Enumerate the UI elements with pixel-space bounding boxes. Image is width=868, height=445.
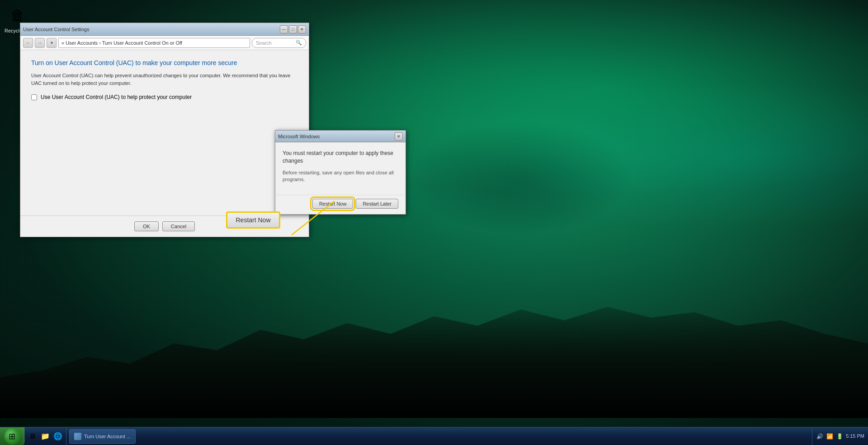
taskbar-items: Turn User Account ...	[66, 427, 812, 445]
taskbar-item-uac[interactable]: Turn User Account ...	[69, 429, 136, 444]
dialog-message-sub: Before restarting, save any open files a…	[283, 169, 398, 183]
uac-checkbox-row[interactable]: Use User Account Control (UAC) to help p…	[31, 94, 298, 100]
dialog-title: Microsoft Windows	[278, 134, 395, 139]
address-bar: ← → ▾ « User Accounts › Turn User Accoun…	[20, 36, 309, 50]
uac-window-title: User Account Control Settings	[23, 27, 280, 32]
battery-icon[interactable]: 🔋	[836, 433, 843, 440]
recent-button[interactable]: ▾	[47, 38, 57, 48]
restart-now-button[interactable]: Restart Now	[312, 199, 354, 209]
uac-checkbox[interactable]	[31, 94, 37, 100]
breadcrumb[interactable]: « User Accounts › Turn User Account Cont…	[58, 38, 250, 48]
forward-button[interactable]: →	[35, 38, 45, 48]
back-button[interactable]: ←	[23, 38, 33, 48]
dialog-message-title: You must restart your computer to apply …	[283, 150, 398, 165]
cancel-button[interactable]: Cancel	[162, 221, 195, 231]
titlebar-buttons: — □ ✕	[280, 25, 306, 33]
quick-launch: 🖥 📁 🌐	[24, 427, 66, 445]
uac-description: User Account Control (UAC) can help prev…	[31, 72, 298, 87]
start-button[interactable]: ⊞	[0, 427, 24, 445]
close-button[interactable]: ✕	[298, 25, 306, 33]
dialog-close-button[interactable]: ✕	[395, 132, 403, 141]
uac-content: Turn on User Account Control (UAC) to ma…	[20, 50, 309, 215]
start-orb-icon: ⊞	[4, 428, 20, 445]
search-icon: 🔍	[296, 40, 302, 46]
uac-checkbox-label: Use User Account Control (UAC) to help p…	[41, 94, 192, 100]
zoomed-restart-now-button[interactable]: Restart Now	[226, 211, 280, 229]
search-placeholder: Search	[256, 40, 272, 46]
show-desktop-icon[interactable]: 🖥	[27, 431, 38, 442]
volume-icon[interactable]: 🔊	[816, 433, 823, 440]
dialog-content: You must restart your computer to apply …	[275, 142, 406, 195]
dialog-buttons: Restart Now Restart Later	[275, 195, 406, 214]
system-tray: 🔊 📶 🔋 5:15 PM	[812, 427, 868, 445]
maximize-button[interactable]: □	[289, 25, 297, 33]
dialog-titlebar[interactable]: Microsoft Windows ✕	[275, 131, 406, 142]
uac-heading: Turn on User Account Control (UAC) to ma…	[31, 59, 298, 66]
uac-titlebar[interactable]: User Account Control Settings — □ ✕	[20, 23, 309, 36]
search-box[interactable]: Search 🔍	[252, 38, 306, 48]
uac-window: User Account Control Settings — □ ✕ ← → …	[20, 23, 309, 237]
ms-dialog: Microsoft Windows ✕ You must restart you…	[275, 130, 406, 215]
restart-later-button[interactable]: Restart Later	[356, 199, 398, 209]
windows-explorer-icon[interactable]: 📁	[40, 431, 51, 442]
minimize-button[interactable]: —	[280, 25, 288, 33]
taskbar-item-label: Turn User Account ...	[84, 434, 131, 439]
system-clock: 5:15 PM	[846, 433, 864, 440]
browser-icon[interactable]: 🌐	[52, 431, 63, 442]
taskbar-item-icon	[74, 433, 81, 440]
ok-button[interactable]: OK	[134, 221, 159, 231]
network-icon[interactable]: 📶	[826, 433, 833, 440]
taskbar: ⊞ 🖥 📁 🌐 Turn User Account ... 🔊 📶 🔋 5:15…	[0, 427, 868, 445]
